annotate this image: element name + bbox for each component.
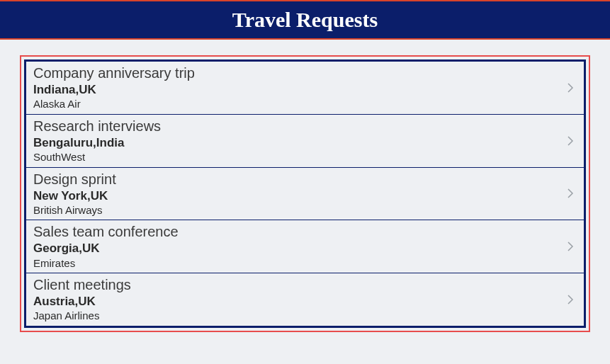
request-destination: Austria,UK — [33, 294, 555, 309]
request-item[interactable]: Client meetings Austria,UK Japan Airline… — [26, 273, 584, 326]
request-item[interactable]: Research interviews Bengaluru,India Sout… — [26, 114, 584, 168]
request-title: Client meetings — [33, 276, 555, 294]
request-airline: Alaska Air — [33, 97, 555, 111]
request-destination: New York,UK — [33, 188, 555, 203]
request-item[interactable]: Sales team conference Georgia,UK Emirate… — [26, 220, 584, 273]
request-item[interactable]: Company anniversary trip Indiana,UK Alas… — [26, 62, 584, 115]
request-destination: Georgia,UK — [33, 241, 555, 256]
page-header: Travel Requests — [0, 0, 610, 40]
chevron-right-icon — [567, 83, 574, 93]
chevron-right-icon — [567, 188, 574, 198]
requests-list: Company anniversary trip Indiana,UK Alas… — [24, 59, 586, 328]
request-airline: British Airways — [33, 203, 555, 217]
chevron-right-icon — [567, 241, 574, 251]
chevron-right-icon — [567, 295, 574, 305]
request-destination: Bengaluru,India — [33, 135, 555, 150]
request-airline: Emirates — [33, 256, 555, 271]
chevron-right-icon — [567, 136, 574, 146]
request-title: Design sprint — [33, 171, 555, 188]
request-destination: Indiana,UK — [33, 82, 555, 97]
requests-panel: Company anniversary trip Indiana,UK Alas… — [20, 55, 590, 332]
request-title: Sales team conference — [33, 223, 555, 241]
request-title: Research interviews — [33, 118, 555, 135]
request-title: Company anniversary trip — [33, 64, 555, 82]
page-title: Travel Requests — [232, 8, 378, 32]
request-airline: Japan Airlines — [33, 309, 555, 323]
request-airline: SouthWest — [33, 150, 555, 164]
request-item[interactable]: Design sprint New York,UK British Airway… — [26, 167, 584, 221]
